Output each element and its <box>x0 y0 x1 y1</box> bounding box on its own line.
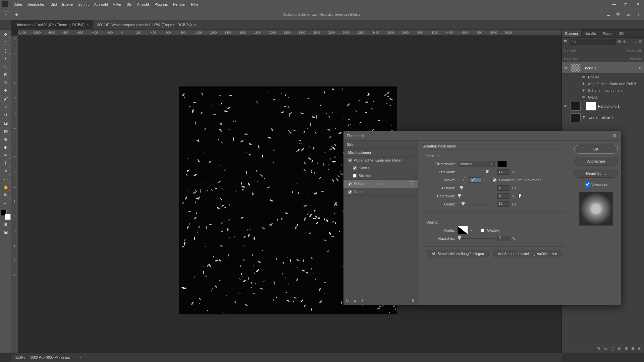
noise-input[interactable]: 0 <box>497 236 509 241</box>
menu-hilfe[interactable]: Hilfe <box>188 2 201 6</box>
glanz-checkbox[interactable] <box>348 190 352 194</box>
menu-3d[interactable]: 3D <box>124 2 134 6</box>
group-icon[interactable]: ▣ <box>625 346 628 351</box>
layer-ebene1[interactable]: 👁 Ebene 1 fx <box>562 62 644 74</box>
blend-options-row[interactable]: Mischoptionen <box>343 149 418 157</box>
tab-close-icon[interactable]: × <box>87 23 89 27</box>
screenmode-icon[interactable]: ▣ <box>1 229 10 236</box>
opacity-input[interactable]: 75 <box>497 169 509 175</box>
kontur-checkbox[interactable] <box>353 166 357 170</box>
panel-tab-pfade[interactable]: Pfade <box>599 29 616 37</box>
filter-type-icon[interactable]: T <box>628 40 632 44</box>
trash-icon[interactable]: 🗑 <box>411 298 415 302</box>
heal-tool-icon[interactable]: ✚ <box>1 87 10 95</box>
fx-header[interactable]: 👁 Effekte <box>562 74 644 80</box>
menu-fenster[interactable]: Fenster <box>170 2 188 6</box>
shadow-color-swatch[interactable] <box>497 161 507 167</box>
layer-filter-input[interactable] <box>570 39 616 45</box>
make-default-button[interactable]: Als Standardeinstellung festlegen <box>427 250 489 257</box>
global-light-checkbox[interactable] <box>493 178 496 182</box>
menu-ansicht[interactable]: Ansicht <box>134 2 152 6</box>
menu-filter[interactable]: Filter <box>111 2 124 6</box>
link-icon[interactable]: ⌘ <box>597 346 601 351</box>
noise-slider[interactable] <box>458 236 495 241</box>
pen-tool-icon[interactable]: ✒ <box>1 152 10 159</box>
background-swatch[interactable] <box>5 214 11 220</box>
struktur-row[interactable]: Struktur <box>343 172 418 180</box>
move-tool-icon[interactable]: ✥ <box>1 31 10 38</box>
preview-checkbox[interactable] <box>585 182 590 187</box>
panel-tab-ebenen[interactable]: Ebenen <box>562 29 581 37</box>
maximize-icon[interactable]: ◻ <box>620 2 632 7</box>
menu-bild[interactable]: Bild <box>48 2 59 6</box>
zoom-readout[interactable]: 21,6% <box>15 356 25 359</box>
wand-tool-icon[interactable]: ✶ <box>1 55 10 62</box>
visibility-icon[interactable]: 👁 <box>581 75 586 79</box>
history-brush-tool-icon[interactable]: ↺ <box>1 111 10 119</box>
menu-plugins[interactable]: Plug-ins <box>152 2 170 6</box>
search-icon[interactable]: 🔍 <box>616 12 621 17</box>
marquee-tool-icon[interactable]: ◌ <box>1 39 10 46</box>
quickmask-icon[interactable]: ◙ <box>1 221 10 228</box>
color-swatches[interactable] <box>1 210 11 220</box>
lasso-tool-icon[interactable]: ⟆ <box>1 47 10 54</box>
home-icon[interactable]: ⌂ <box>3 11 9 18</box>
close-icon[interactable]: ✕ <box>632 2 644 7</box>
blur-tool-icon[interactable]: ◍ <box>1 135 10 143</box>
opacity-slider[interactable] <box>458 170 495 174</box>
zoom-tool-icon[interactable]: 🔍 <box>1 192 10 199</box>
menu-schrift[interactable]: Schrift <box>75 2 91 6</box>
visibility-icon[interactable]: 👁 <box>563 66 569 70</box>
inner-shadow-row[interactable]: Schatten nach innen + <box>343 180 418 188</box>
down-icon[interactable]: ▼ <box>361 298 364 302</box>
new-layer-icon[interactable]: ⊞ <box>631 346 634 351</box>
filter-shape-icon[interactable]: ▭ <box>634 40 637 44</box>
kontur-row[interactable]: Kontur <box>343 164 418 172</box>
struktur-checkbox[interactable] <box>353 174 357 178</box>
adjustment-icon[interactable]: ◐ <box>618 346 621 351</box>
mask-thumb[interactable] <box>586 102 596 111</box>
move-tool-indicator-icon[interactable]: ✥ <box>14 12 19 17</box>
fx-menu-icon[interactable]: fx <box>346 298 349 302</box>
fx-icon[interactable]: fx <box>604 347 607 351</box>
visibility-icon[interactable]: 👁 <box>581 88 586 93</box>
trash-icon[interactable]: 🗑 <box>638 347 641 351</box>
dialog-titlebar[interactable]: Ebenenstil ✕ <box>343 131 621 141</box>
layer-thumb[interactable] <box>571 64 581 72</box>
dodge-tool-icon[interactable]: ◐ <box>1 143 10 151</box>
shape-tool-icon[interactable]: ▭ <box>1 176 10 183</box>
share-icon[interactable]: ⇪ <box>636 12 641 17</box>
status-chevron-icon[interactable]: › <box>80 356 81 359</box>
fx-inner-shadow[interactable]: 👁 Schatten nach innen <box>562 87 644 94</box>
bevel-checkbox[interactable] <box>348 159 352 162</box>
filter-smart-icon[interactable]: ◫ <box>639 40 642 44</box>
cancel-button[interactable]: Abbrechen <box>574 157 618 166</box>
ok-button[interactable]: OK <box>574 145 618 154</box>
menu-auswahl[interactable]: Auswahl <box>91 2 111 6</box>
fx-badge[interactable]: fx <box>639 66 642 70</box>
minimize-icon[interactable]: — <box>608 2 620 7</box>
filter-pixel-icon[interactable]: ▦ <box>618 40 621 44</box>
visibility-icon[interactable]: 👁 <box>581 95 586 99</box>
new-style-button[interactable]: Neuer Stil… <box>574 169 618 178</box>
bevel-row[interactable]: Abgeflachte Kante und Relief <box>343 157 418 164</box>
fx-glanz[interactable]: 👁 Glanz <box>562 94 644 101</box>
angle-input[interactable]: -54 <box>469 177 481 183</box>
layer-thumb[interactable] <box>571 102 581 111</box>
eyedropper-tool-icon[interactable]: ✎ <box>1 79 10 86</box>
fillmethod-select[interactable]: Normal <box>458 161 495 167</box>
up-icon[interactable]: ▲ <box>353 298 357 302</box>
visibility-icon[interactable]: 👁 <box>581 82 586 86</box>
size-slider[interactable] <box>458 202 495 206</box>
antialias-checkbox[interactable] <box>481 229 484 232</box>
visibility-icon[interactable]: 👁 <box>563 104 569 109</box>
gradient-tool-icon[interactable]: ▤ <box>1 127 10 135</box>
angle-dial[interactable] <box>458 176 467 184</box>
mask-icon[interactable]: ◯ <box>610 346 614 351</box>
size-input[interactable]: 13 <box>497 201 509 207</box>
inner-shadow-checkbox[interactable] <box>348 182 352 186</box>
choke-input[interactable]: 0 <box>497 193 509 199</box>
menu-ebene[interactable]: Ebene <box>59 2 75 6</box>
stamp-tool-icon[interactable]: ⟐ <box>1 103 10 111</box>
layer-farbfuellung[interactable]: 👁 Farbfüllung 1 <box>562 101 644 112</box>
